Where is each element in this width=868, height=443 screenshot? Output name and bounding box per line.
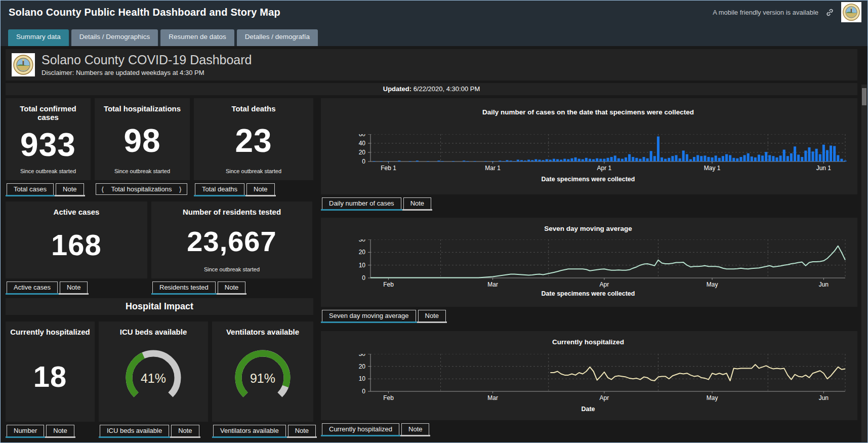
svg-text:Feb: Feb bbox=[383, 281, 394, 288]
tab-residents-tested[interactable]: Residents tested bbox=[152, 281, 216, 293]
stat-value: 933 bbox=[20, 122, 76, 168]
stat-value: 98 bbox=[123, 113, 160, 168]
solano-county-seal bbox=[841, 2, 861, 22]
stat-title: ICU beds available bbox=[120, 328, 187, 336]
link-icon[interactable] bbox=[825, 8, 834, 17]
svg-text:20: 20 bbox=[359, 149, 366, 156]
stat-title: Total deaths bbox=[231, 104, 275, 113]
stat-title: Number of residents tested bbox=[183, 208, 281, 216]
updated-label: Updated: bbox=[383, 85, 411, 93]
stat-title: Currently hospitalized bbox=[10, 328, 90, 336]
stat-title: Total hospitalizations bbox=[104, 104, 181, 113]
svg-text:20: 20 bbox=[359, 363, 366, 370]
tab-note[interactable]: Note bbox=[56, 183, 84, 195]
tab-note[interactable]: Note bbox=[60, 281, 88, 293]
svg-text:60: 60 bbox=[359, 134, 366, 138]
tab-currently-hospitalized[interactable]: Currently hospitalized bbox=[322, 423, 399, 435]
mobile-version-link[interactable]: A mobile friendly version is available bbox=[713, 9, 818, 16]
stat-caption: Since outbreak started bbox=[114, 168, 170, 175]
active-cases-block: Active cases 168 Active cases Note bbox=[6, 202, 147, 296]
ventilators-gauge-block: Ventilators available 91% Ventilators av… bbox=[212, 321, 313, 439]
dashboard-disclaimer: Disclaimer: Numbers are updated weekdays… bbox=[42, 69, 252, 76]
chart-title: Currently hospitalized bbox=[326, 338, 850, 346]
daily-cases-bar-chart: 0204060Feb 1Mar 1Apr 1May 1Jun 1 bbox=[326, 134, 850, 173]
svg-text:Apr: Apr bbox=[600, 394, 609, 401]
svg-text:Mar 1: Mar 1 bbox=[485, 165, 501, 172]
svg-text:Mar: Mar bbox=[487, 281, 498, 288]
svg-text:Apr: Apr bbox=[600, 281, 609, 288]
svg-text:0: 0 bbox=[362, 158, 365, 165]
updated-bar: Updated: 6/22/2020, 4:30:00 PM bbox=[6, 83, 857, 95]
tab-note[interactable]: Note bbox=[403, 197, 431, 209]
tab-note[interactable]: Note bbox=[401, 423, 429, 435]
svg-text:May: May bbox=[707, 394, 718, 401]
stats-column: Total confirmed cases 933 Since outbreak… bbox=[6, 98, 313, 439]
svg-text:30: 30 bbox=[359, 354, 366, 357]
stat-caption: Since outbreak started bbox=[204, 266, 260, 273]
svg-text:Jun 1: Jun 1 bbox=[816, 165, 832, 172]
stat-caption: Since outbreak started bbox=[226, 168, 281, 175]
residents-tested-block: Number of residents tested 23,667 Since … bbox=[151, 202, 312, 296]
svg-text:0: 0 bbox=[362, 274, 365, 281]
tab-note[interactable]: Note bbox=[171, 425, 199, 436]
tab-note[interactable]: Note bbox=[288, 425, 316, 436]
svg-text:10: 10 bbox=[359, 262, 366, 269]
tab-ventilators-available[interactable]: Ventilators available bbox=[213, 425, 286, 436]
svg-text:91%: 91% bbox=[250, 371, 275, 385]
tab-summary-data[interactable]: Summary data bbox=[8, 29, 69, 46]
tab-note[interactable]: Note bbox=[418, 310, 446, 321]
svg-text:40: 40 bbox=[359, 140, 366, 147]
stat-value: 23 bbox=[235, 113, 272, 168]
stat-title: Total confirmed cases bbox=[9, 104, 88, 122]
stat-value: 18 bbox=[33, 336, 67, 417]
tab-note[interactable]: Note bbox=[246, 183, 274, 195]
app-title: Solano County Public Health Dashboard an… bbox=[9, 7, 280, 18]
hospitalized-chart-panel: Currently hospitalized 0102030FebMarAprM… bbox=[321, 331, 857, 420]
solano-county-seal bbox=[12, 53, 35, 76]
tab-note[interactable]: Note bbox=[218, 281, 245, 293]
tab-details-demographics[interactable]: Details / Demographics bbox=[71, 29, 158, 46]
svg-text:41%: 41% bbox=[141, 371, 166, 385]
svg-text:Feb: Feb bbox=[383, 394, 394, 401]
tab-daily-number-of-cases[interactable]: Daily number of cases bbox=[322, 197, 401, 209]
stat-value: 23,667 bbox=[187, 216, 276, 266]
svg-text:0: 0 bbox=[362, 388, 365, 395]
tab-detalles-demografia[interactable]: Detalles / demografía bbox=[237, 29, 318, 46]
tab-seven-day-moving-average[interactable]: Seven day moving average bbox=[322, 310, 416, 321]
chart-xlabel: Date specimens were collected bbox=[326, 176, 850, 183]
stat-value: 168 bbox=[51, 216, 102, 273]
daily-cases-chart-panel: Daily number of cases on the date that s… bbox=[321, 98, 857, 194]
daily-cases-tabs: Daily number of cases Note bbox=[321, 197, 857, 212]
svg-text:May 1: May 1 bbox=[704, 165, 721, 172]
stat-title: Active cases bbox=[54, 208, 100, 216]
chart-xlabel: Date bbox=[326, 406, 850, 413]
tab-icu-beds-available[interactable]: ICU beds available bbox=[100, 425, 169, 436]
scrollbar-thumb[interactable] bbox=[862, 88, 866, 105]
carousel-next-icon[interactable]: ⟩ bbox=[179, 185, 181, 193]
carousel-prev-icon[interactable]: ⟨ bbox=[101, 185, 104, 193]
svg-text:Feb 1: Feb 1 bbox=[381, 165, 396, 172]
currently-hospitalized-block: Currently hospitalized 18 Number Note bbox=[6, 321, 95, 439]
tab-total-deaths[interactable]: Total deaths bbox=[195, 183, 244, 195]
svg-text:10: 10 bbox=[359, 375, 366, 382]
svg-text:30: 30 bbox=[359, 239, 366, 243]
tab-active-cases[interactable]: Active cases bbox=[7, 281, 58, 293]
chart-xlabel: Date specimens were collected bbox=[326, 290, 850, 297]
svg-text:Apr 1: Apr 1 bbox=[597, 165, 612, 172]
tab-resumen-de-datos[interactable]: Resumen de datos bbox=[160, 29, 234, 46]
seven-day-moving-average-chart: 0102030FebMarAprMayJun bbox=[326, 239, 850, 289]
svg-text:20: 20 bbox=[359, 249, 366, 256]
dashboard-window: Solano County Public Health Dashboard an… bbox=[0, 0, 868, 443]
stat-caption: Since outbreak started bbox=[20, 168, 76, 175]
moving-average-chart-panel: Seven day moving average 0102030FebMarAp… bbox=[321, 218, 857, 307]
tab-total-cases[interactable]: Total cases bbox=[7, 183, 54, 195]
icu-beds-gauge: 41% bbox=[115, 344, 191, 409]
icu-beds-gauge-block: ICU beds available 41% ICU beds availabl… bbox=[99, 321, 208, 439]
carousel-label: Total hospitalizations bbox=[111, 185, 172, 193]
app-header: Solano County Public Health Dashboard an… bbox=[1, 1, 867, 24]
tab-note[interactable]: Note bbox=[46, 425, 74, 436]
currently-hospitalized-chart: 0102030FebMarAprMayJun bbox=[326, 354, 850, 402]
svg-text:Jun: Jun bbox=[819, 281, 829, 288]
ventilators-gauge: 91% bbox=[225, 344, 301, 409]
tab-number[interactable]: Number bbox=[7, 425, 44, 436]
